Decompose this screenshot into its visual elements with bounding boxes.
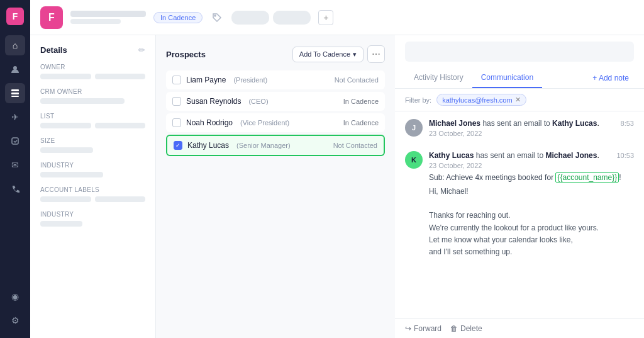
forward-button[interactable]: ↪ Forward <box>405 324 441 333</box>
pill-1 <box>231 11 269 25</box>
edit-icon[interactable]: ✏ <box>138 45 145 55</box>
field-bar <box>40 196 91 202</box>
app-logo: F <box>6 8 24 25</box>
main-area: F In Cadence + Details ✏ Owner <box>30 0 644 338</box>
field-bars-labels <box>40 196 145 202</box>
msg-header-1: Michael Jones has sent an email to Kathy… <box>429 119 634 128</box>
prospect-row-susan: Susan Reynolds (CEO) In Cadence <box>166 92 385 111</box>
prospects-actions: Add To Cadence ▾ ⋯ <box>292 45 385 63</box>
msg-body-2: Kathy Lucas has sent an email to Michael… <box>429 151 634 258</box>
filter-bar: Filter by: kathylucas@fresh.com ✕ <box>395 89 644 111</box>
accounts-icon[interactable] <box>5 83 25 103</box>
field-bar <box>40 98 125 104</box>
field-bar <box>40 147 93 153</box>
details-title: Details <box>40 45 67 55</box>
field-bar <box>95 74 146 79</box>
field-bar <box>40 123 91 128</box>
prospect-status-susan: In Cadence <box>343 98 379 105</box>
settings-icon[interactable]: ⚙ <box>5 310 25 330</box>
add-to-cadence-button[interactable]: Add To Cadence ▾ <box>292 47 364 62</box>
msg-avatar-j: J <box>405 119 423 137</box>
svg-rect-4 <box>12 138 18 144</box>
delete-button[interactable]: 🗑 Delete <box>450 324 482 333</box>
pill-2 <box>273 11 311 25</box>
msg-recipient-1: Kathy Lucas <box>552 119 597 128</box>
msg-text-2: Hi, Michael! Thanks for reaching out. We… <box>429 186 634 258</box>
send-icon[interactable]: ✈ <box>5 107 25 127</box>
field-owner: Owner <box>40 64 145 79</box>
field-label-account-labels: Account Labels <box>40 186 145 193</box>
prospect-status-kathy: Not Contacted <box>333 142 377 149</box>
forward-icon: ↪ <box>405 324 411 333</box>
msg-time-1: 8:53 <box>621 120 634 127</box>
details-header: Details ✏ <box>40 45 145 55</box>
message-item-2: K Kathy Lucas has sent an email to Micha… <box>405 151 634 258</box>
prospect-checkbox-noah[interactable] <box>172 118 181 127</box>
msg-sender-2: Kathy Lucas has sent an email to Michael… <box>429 151 599 160</box>
details-panel: Details ✏ Owner CRM Owner List <box>30 35 156 338</box>
field-bars-list <box>40 123 145 128</box>
msg-recipient-2: Michael Jones <box>545 151 597 160</box>
filter-value: kathylucas@fresh.com <box>442 96 512 104</box>
tab-communication[interactable]: Communication <box>472 68 542 88</box>
field-label-list: List <box>40 113 145 120</box>
prospect-role-susan: (CEO) <box>248 98 268 105</box>
delete-icon: 🗑 <box>450 324 458 333</box>
field-label-owner: Owner <box>40 64 145 70</box>
msg-time-2: 10:53 <box>616 152 634 159</box>
topbar-info <box>70 11 146 24</box>
field-crm-owner: CRM Owner <box>40 88 145 104</box>
svg-rect-3 <box>11 96 19 97</box>
add-pill-button[interactable]: + <box>318 10 333 25</box>
topbar-avatar: F <box>40 6 63 29</box>
analytics-icon[interactable]: ◉ <box>5 286 25 307</box>
svg-rect-1 <box>11 89 19 91</box>
prospect-status-noah: In Cadence <box>343 119 379 127</box>
topbar-sub-bar <box>70 19 121 24</box>
add-cadence-label: Add To Cadence <box>299 50 350 58</box>
template-variable: {{account_name}} <box>555 172 619 183</box>
tab-group: Activity History Communication <box>405 68 542 88</box>
field-bar <box>95 196 146 202</box>
filter-tag[interactable]: kathylucas@fresh.com ✕ <box>436 94 526 106</box>
phone-icon[interactable] <box>5 179 25 199</box>
add-note-button[interactable]: + Add note <box>587 71 634 85</box>
prospect-role-kathy: (Senior Manager) <box>236 142 291 149</box>
email-icon[interactable]: ✉ <box>5 155 25 175</box>
field-bar <box>40 172 103 177</box>
prospects-panel: Prospects Add To Cadence ▾ ⋯ Liam Payne … <box>156 35 395 338</box>
more-options-button[interactable]: ⋯ <box>367 45 385 63</box>
field-size: Size <box>40 137 145 153</box>
tab-activity-history[interactable]: Activity History <box>405 68 472 88</box>
prospect-row-liam: Liam Payne (President) Not Contacted <box>166 70 385 89</box>
field-label-industry-2: Industry <box>40 211 145 218</box>
forward-label: Forward <box>414 324 441 333</box>
prospect-checkbox-liam[interactable] <box>172 76 181 84</box>
dropdown-icon: ▾ <box>353 50 357 59</box>
messages-area: J Michael Jones has sent an email to Kat… <box>395 111 644 318</box>
field-account-labels: Account Labels <box>40 186 145 202</box>
msg-subject-2: Sub: Achieve 4x meetings booked for {{ac… <box>429 173 634 182</box>
delete-label: Delete <box>460 324 482 333</box>
prospect-checkbox-susan[interactable] <box>172 97 181 106</box>
msg-header-2: Kathy Lucas has sent an email to Michael… <box>429 151 634 160</box>
tasks-icon[interactable] <box>5 131 25 151</box>
msg-action-1: has sent an email to <box>482 119 552 128</box>
prospect-status-liam: Not Contacted <box>335 76 379 84</box>
home-icon[interactable]: ⌂ <box>5 35 25 55</box>
svg-point-5 <box>214 15 216 16</box>
filter-remove-icon[interactable]: ✕ <box>515 96 521 104</box>
message-item-1: J Michael Jones has sent an email to Kat… <box>405 119 634 141</box>
prospect-checkbox-kathy[interactable] <box>174 141 182 150</box>
field-industry: Industry <box>40 162 145 177</box>
topbar: F In Cadence + <box>30 0 644 35</box>
contacts-icon[interactable] <box>5 59 25 79</box>
prospect-name-susan: Susan Reynolds <box>186 97 241 106</box>
field-list: List <box>40 113 145 128</box>
topbar-title-bar <box>70 11 146 17</box>
activity-top-bar <box>405 42 634 62</box>
field-label-industry: Industry <box>40 162 145 169</box>
prospect-row-kathy[interactable]: Kathy Lucas (Senior Manager) Not Contact… <box>166 135 385 156</box>
msg-sender-1: Michael Jones has sent an email to Kathy… <box>429 119 599 128</box>
msg-body-1: Michael Jones has sent an email to Kathy… <box>429 119 634 141</box>
